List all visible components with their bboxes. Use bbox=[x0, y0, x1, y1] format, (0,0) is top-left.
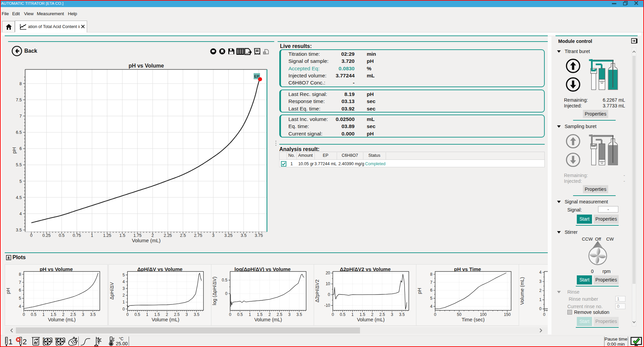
svg-text:20: 20 bbox=[326, 271, 330, 275]
svg-text:0: 0 bbox=[23, 312, 25, 317]
svg-text:100: 100 bbox=[480, 312, 487, 317]
svg-text:0: 0 bbox=[225, 291, 228, 296]
svg-text:5: 5 bbox=[20, 179, 22, 184]
svg-text:0: 0 bbox=[434, 312, 436, 317]
svg-text:1.5: 1.5 bbox=[154, 312, 160, 317]
svg-text:3.5: 3.5 bbox=[241, 233, 247, 238]
svg-text:10: 10 bbox=[326, 281, 330, 286]
svg-text:3: 3 bbox=[212, 233, 214, 238]
svg-text:7: 7 bbox=[19, 280, 21, 285]
svg-text:0: 0 bbox=[123, 307, 125, 312]
svg-text:0.5: 0.5 bbox=[59, 233, 65, 238]
svg-text:ΔpH/ΔV: ΔpH/ΔV bbox=[109, 282, 114, 300]
svg-text:1: 1 bbox=[123, 300, 125, 304]
svg-text:1: 1 bbox=[146, 312, 149, 317]
svg-text:Volume (mL): Volume (mL) bbox=[357, 317, 385, 322]
svg-text:4.5: 4.5 bbox=[16, 195, 22, 200]
svg-text:0: 0 bbox=[539, 306, 542, 311]
svg-text:1: 1 bbox=[8, 338, 12, 346]
svg-text:3: 3 bbox=[185, 312, 188, 317]
svg-text:2.5: 2.5 bbox=[70, 312, 76, 317]
svg-text:2: 2 bbox=[371, 312, 373, 317]
svg-text:3.5: 3.5 bbox=[90, 312, 96, 317]
svg-text:6: 6 bbox=[19, 288, 21, 293]
svg-text:5: 5 bbox=[123, 273, 125, 277]
svg-text:5: 5 bbox=[19, 296, 21, 301]
svg-text:2: 2 bbox=[123, 293, 125, 298]
svg-text:8: 8 bbox=[430, 272, 433, 277]
svg-text:1: 1 bbox=[43, 312, 45, 317]
svg-text:7: 7 bbox=[20, 114, 22, 119]
svg-text:pH: pH bbox=[5, 288, 11, 294]
svg-text:5: 5 bbox=[430, 296, 433, 301]
svg-text:-10: -10 bbox=[324, 303, 330, 308]
svg-text:3.75: 3.75 bbox=[255, 233, 263, 238]
svg-text:pH: pH bbox=[417, 288, 422, 294]
svg-text:2: 2 bbox=[268, 312, 271, 317]
svg-text:2.25: 2.25 bbox=[164, 233, 172, 238]
svg-text:2.5: 2.5 bbox=[379, 312, 385, 317]
svg-text:1: 1 bbox=[539, 297, 542, 302]
svg-text:0: 0 bbox=[332, 312, 334, 317]
svg-text:Volume (mL): Volume (mL) bbox=[519, 277, 525, 305]
svg-text:50: 50 bbox=[457, 312, 462, 317]
svg-text:2.5: 2.5 bbox=[174, 312, 180, 317]
svg-text:0.5: 0.5 bbox=[237, 312, 243, 317]
svg-text:7.5: 7.5 bbox=[16, 98, 22, 102]
svg-text:6.5: 6.5 bbox=[16, 130, 22, 135]
svg-text:0: 0 bbox=[126, 312, 129, 317]
svg-text:S: S bbox=[43, 337, 45, 341]
svg-text:1: 1 bbox=[352, 312, 354, 317]
svg-text:3: 3 bbox=[288, 312, 290, 317]
svg-text:0: 0 bbox=[30, 233, 32, 238]
svg-text:2: 2 bbox=[23, 338, 27, 346]
svg-text:pH: pH bbox=[11, 147, 17, 153]
svg-text:4: 4 bbox=[123, 279, 125, 284]
svg-text:1.5: 1.5 bbox=[51, 312, 56, 317]
svg-text:0.75: 0.75 bbox=[73, 233, 81, 238]
svg-text:3: 3 bbox=[82, 312, 84, 317]
svg-text:Volume (mL): Volume (mL) bbox=[48, 317, 76, 322]
svg-text:8: 8 bbox=[20, 81, 22, 86]
svg-text:3.5: 3.5 bbox=[194, 312, 200, 317]
svg-text:2: 2 bbox=[539, 288, 542, 293]
svg-text:0: 0 bbox=[229, 312, 231, 317]
svg-text:3.5: 3.5 bbox=[297, 312, 302, 317]
svg-text:3.25: 3.25 bbox=[224, 233, 232, 238]
svg-text:3: 3 bbox=[391, 312, 393, 317]
svg-text:4: 4 bbox=[539, 270, 542, 275]
svg-text:3.5: 3.5 bbox=[399, 312, 405, 317]
svg-text:1: 1 bbox=[91, 233, 93, 238]
svg-text:Δ2pH/ΔV2: Δ2pH/ΔV2 bbox=[314, 279, 320, 302]
svg-text:2.75: 2.75 bbox=[194, 233, 202, 238]
svg-text:Volume (mL): Volume (mL) bbox=[132, 238, 160, 243]
svg-text:1.5: 1.5 bbox=[120, 233, 125, 238]
svg-text:Volume (mL): Volume (mL) bbox=[152, 317, 179, 322]
svg-text:Volume (mL): Volume (mL) bbox=[254, 317, 282, 322]
svg-text:3.5: 3.5 bbox=[16, 228, 22, 232]
svg-text:1.5: 1.5 bbox=[257, 312, 263, 317]
svg-text:4: 4 bbox=[20, 212, 22, 216]
svg-text:2: 2 bbox=[166, 312, 168, 317]
svg-text:6: 6 bbox=[430, 288, 433, 293]
svg-text:0: 0 bbox=[328, 292, 330, 297]
svg-text:3: 3 bbox=[123, 286, 125, 291]
svg-text:1.75: 1.75 bbox=[133, 233, 141, 238]
svg-text:2.5: 2.5 bbox=[277, 312, 282, 317]
svg-text:7: 7 bbox=[430, 280, 433, 285]
svg-text:4: 4 bbox=[430, 304, 433, 309]
svg-text:0.5: 0.5 bbox=[340, 312, 345, 317]
svg-text:0: 0 bbox=[543, 312, 545, 317]
svg-text:1.25: 1.25 bbox=[103, 233, 111, 238]
svg-text:0.5: 0.5 bbox=[134, 312, 140, 317]
svg-text:8: 8 bbox=[19, 272, 21, 277]
svg-text:6: 6 bbox=[20, 146, 22, 151]
svg-text:1.5: 1.5 bbox=[360, 312, 365, 317]
svg-text:0.25: 0.25 bbox=[43, 233, 51, 238]
svg-text:2.5: 2.5 bbox=[180, 233, 186, 238]
svg-text:log (ΔpH/ΔV): log (ΔpH/ΔV) bbox=[212, 277, 217, 305]
svg-text:1: 1 bbox=[249, 312, 251, 317]
svg-text:2: 2 bbox=[62, 312, 65, 317]
svg-text:5.5: 5.5 bbox=[16, 163, 22, 167]
svg-text:3: 3 bbox=[539, 279, 542, 284]
